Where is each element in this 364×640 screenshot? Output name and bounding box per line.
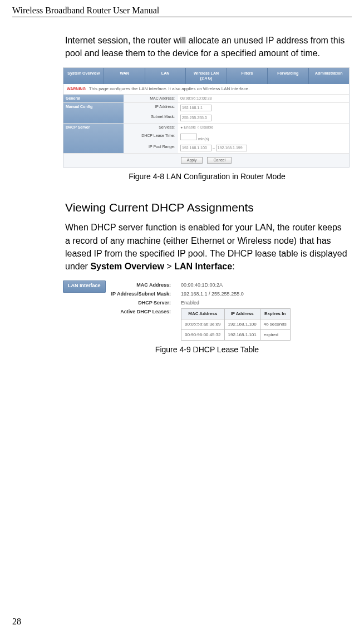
label-ip-pool-range: IP Pool Range: (124, 143, 178, 153)
table-row: 00:05:5d:a6:3e:e9 192.168.1.100 46 secon… (181, 319, 291, 330)
figure-4-9-caption: Figure 4-9 DHCP Lease Table (65, 345, 349, 354)
label-services: Services: (124, 124, 178, 131)
label-ip-subnet: IP Address/Subnet Mask: (111, 289, 171, 298)
ip-pool-range-value[interactable]: 192.168.1.100 – 192.168.1.199 (178, 143, 349, 153)
config-note-text: This page configures the LAN interface. … (89, 86, 250, 92)
figure-dhcp-lease-table: LAN Interface MAC Address: IP Address/Su… (63, 280, 348, 341)
tab-lan[interactable]: LAN (145, 68, 186, 84)
label-mac-address: MAC Address: (124, 95, 178, 102)
tab-forwarding[interactable]: Forwarding (268, 68, 308, 84)
dhcp-lease-time-input[interactable] (180, 134, 197, 140)
section-manual-config: Manual Config (63, 103, 124, 123)
section-dhcp-server: DHCP Server (63, 124, 124, 153)
lan-interface-badge: LAN Interface (63, 280, 106, 293)
services-radio[interactable]: ● Enable ○ Disable (178, 124, 349, 131)
router-nav-tabs: System Overview WAN LAN Wireless LAN (2.… (63, 68, 349, 84)
tab-filters[interactable]: Filters (227, 68, 268, 84)
cancel-button[interactable]: Cancel (207, 157, 232, 164)
label-mac: MAC Address: (111, 280, 171, 289)
tab-wireless-lan[interactable]: Wireless LAN (2.4 G) (186, 68, 227, 84)
apply-button[interactable]: Apply (181, 157, 203, 164)
th-expires: Expires In (260, 309, 290, 319)
label-dhcp-server: DHCP Server: (111, 298, 171, 307)
subnet-mask-input[interactable]: 255.255.255.0 (180, 115, 211, 121)
running-header: Wireless Broadband Router User Manual (12, 6, 352, 17)
th-mac: MAC Address (181, 309, 225, 319)
dhcp-section-paragraph: When DHCP server function is enabled for… (65, 221, 349, 273)
th-ip: IP Address (224, 309, 260, 319)
label-subnet-mask: Subnet Mask: (124, 113, 178, 123)
tab-system-overview[interactable]: System Overview (63, 68, 104, 84)
figure-lan-config: System Overview WAN LAN Wireless LAN (2.… (63, 67, 350, 168)
section-general: General (63, 95, 124, 102)
dhcp-lease-table: MAC Address IP Address Expires In 00:05:… (181, 308, 291, 341)
label-dhcp-lease-time: DHCP Lease Time: (124, 132, 178, 143)
value-mac-address: 08:90:96:10:00:28 (178, 95, 349, 102)
ip-address-input[interactable]: 192.168.1.1 (180, 105, 211, 111)
warning-icon: WARNING (67, 87, 86, 91)
page-number: 28 (12, 617, 21, 627)
section-heading-dhcp-assignments: Viewing Current DHCP Assignments (65, 201, 349, 214)
config-note: WARNING This page configures the LAN int… (63, 84, 349, 95)
figure-4-8-caption: Figure 4-8 LAN Configuration in Router M… (65, 172, 349, 181)
tab-wan[interactable]: WAN (104, 68, 145, 84)
label-active-leases: Active DHCP Leases: (111, 307, 171, 316)
value-mac: 00:90:40:1D:00:2A (181, 280, 291, 289)
value-dhcp-server: Enabled (181, 298, 291, 307)
table-row: 00:90:96:00:45:32 192.168.1.101 expired (181, 330, 291, 341)
label-ip-address: IP Address: (124, 103, 178, 113)
value-ip-subnet: 192.168.1.1 / 255.255.255.0 (181, 289, 291, 298)
intro-paragraph: Internet session, the router will alloca… (65, 34, 349, 60)
tab-administration[interactable]: Administration (309, 68, 349, 84)
